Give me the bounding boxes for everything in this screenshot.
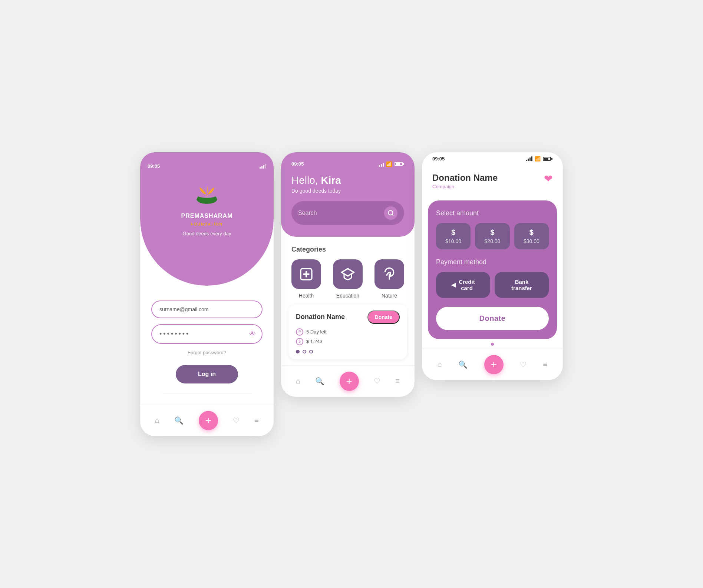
heart-icon-home[interactable]: ♡ bbox=[374, 377, 380, 386]
login-button[interactable]: Log in bbox=[176, 365, 238, 383]
logo-subtitle: FOUNDATION bbox=[191, 222, 223, 226]
status-icons-home: 📶 bbox=[379, 161, 404, 167]
health-icon-box bbox=[291, 259, 321, 289]
category-health[interactable]: Health bbox=[291, 259, 321, 299]
amount-20-value: $20.00 bbox=[485, 238, 501, 244]
greeting-text: Hello, Kira bbox=[291, 175, 404, 186]
status-bar-detail: 09:05 📶 bbox=[422, 152, 563, 162]
bank-transfer-button[interactable]: Banktransfer bbox=[495, 272, 549, 298]
password-field[interactable] bbox=[151, 324, 263, 344]
amount-text: $ 1.243 bbox=[306, 339, 322, 344]
amount-options: $ $10.00 $ $20.00 $ $30.00 bbox=[436, 223, 549, 249]
payment-section-title: Payment method bbox=[436, 258, 549, 266]
home-icon-detail[interactable]: ⌂ bbox=[438, 360, 442, 369]
password-wrapper: 👁 bbox=[151, 324, 263, 344]
search-icon-home[interactable]: 🔍 bbox=[315, 377, 324, 386]
add-button-login[interactable]: + bbox=[199, 411, 218, 430]
home-icon-home[interactable]: ⌂ bbox=[296, 377, 300, 385]
category-nature[interactable]: Nature bbox=[374, 259, 404, 299]
amount-10-value: $10.00 bbox=[445, 238, 461, 244]
forgot-password-link[interactable]: Forgot password? bbox=[188, 350, 226, 355]
dot-inactive-1 bbox=[303, 350, 306, 353]
search-icon bbox=[387, 210, 394, 216]
detail-scroll-indicator bbox=[491, 343, 494, 346]
add-button-detail[interactable]: + bbox=[484, 355, 504, 374]
status-bar-home: 09:05 📶 bbox=[291, 161, 404, 167]
search-placeholder: Search bbox=[298, 210, 380, 216]
search-button[interactable] bbox=[384, 206, 397, 220]
signal-icon-detail bbox=[526, 156, 532, 161]
amount-30-button[interactable]: $ $30.00 bbox=[514, 223, 549, 249]
home-bottom-nav: ⌂ 🔍 + ♡ ≡ bbox=[281, 365, 415, 397]
search-icon-login[interactable]: 🔍 bbox=[174, 416, 184, 425]
purple-panel: Select amount $ $10.00 $ $20.00 $ $30.00… bbox=[428, 200, 557, 339]
donation-detail-title: Donation Name bbox=[432, 173, 498, 183]
login-screen: 09:05 PREMASHARAM FOUNDA bbox=[140, 152, 274, 436]
dollar-icon: $ bbox=[296, 338, 303, 345]
donation-card: Donation Name Donate ⏱ 5 Day left $ $ 1.… bbox=[288, 305, 407, 359]
bank-transfer-label: Banktransfer bbox=[511, 279, 532, 291]
add-button-home[interactable]: + bbox=[340, 372, 359, 391]
signal-icon-home bbox=[379, 162, 384, 167]
donation-card-header: Donation Name Donate bbox=[296, 310, 400, 324]
categories-grid: Health Education bbox=[291, 259, 404, 299]
categories-section: Categories Health bbox=[281, 237, 415, 305]
favorite-heart-icon[interactable]: ❤ bbox=[544, 173, 552, 185]
signal-icon-login bbox=[260, 163, 266, 169]
education-label: Education bbox=[336, 293, 359, 299]
battery-icon-home bbox=[395, 162, 404, 166]
health-label: Health bbox=[299, 293, 314, 299]
wifi-icon-detail: 📶 bbox=[535, 156, 541, 162]
menu-icon-home[interactable]: ≡ bbox=[395, 377, 400, 385]
dollar-sign-3: $ bbox=[529, 228, 534, 237]
categories-title: Categories bbox=[291, 246, 404, 253]
login-bottom-nav: ⌂ 🔍 + ♡ ≡ bbox=[140, 405, 274, 436]
donation-title-area: Donation Name Compaign bbox=[432, 173, 498, 189]
amount-10-button[interactable]: $ $10.00 bbox=[436, 223, 471, 249]
login-header: 09:05 PREMASHARAM FOUNDA bbox=[140, 152, 274, 286]
heart-icon-login[interactable]: ♡ bbox=[233, 416, 240, 425]
amount-section-title: Select amount bbox=[436, 209, 549, 217]
donation-meta: ⏱ 5 Day left $ $ 1.243 bbox=[296, 328, 400, 345]
time-home: 09:05 bbox=[291, 161, 304, 167]
nature-label: Nature bbox=[382, 293, 397, 299]
nature-icon-box bbox=[374, 259, 404, 289]
email-field[interactable] bbox=[151, 300, 263, 318]
menu-icon-login[interactable]: ≡ bbox=[254, 416, 259, 425]
education-icon bbox=[340, 267, 355, 282]
home-screen: 09:05 📶 Hello, Kira Do goo bbox=[281, 152, 415, 397]
time-login: 09:05 bbox=[148, 163, 160, 169]
amount-20-button[interactable]: $ $20.00 bbox=[475, 223, 509, 249]
dot-inactive-2 bbox=[309, 350, 313, 353]
greeting-name: Kira bbox=[321, 175, 341, 186]
donate-button-card[interactable]: Donate bbox=[367, 310, 400, 324]
search-bar[interactable]: Search bbox=[291, 201, 404, 225]
credit-card-button[interactable]: ◀ Creditcard bbox=[436, 272, 490, 298]
svg-point-0 bbox=[388, 210, 393, 215]
category-education[interactable]: Education bbox=[333, 259, 363, 299]
credit-card-label: Creditcard bbox=[459, 279, 475, 291]
detail-header: Donation Name Compaign ❤ bbox=[422, 162, 563, 197]
health-icon bbox=[299, 267, 314, 282]
payment-options: ◀ Creditcard Banktransfer bbox=[436, 272, 549, 298]
card-icon: ◀ bbox=[451, 282, 456, 288]
amount-30-value: $30.00 bbox=[524, 238, 539, 244]
logo-tagline: Good deeds every day bbox=[183, 231, 231, 236]
status-bar-login: 09:05 bbox=[148, 163, 266, 169]
education-icon-box bbox=[333, 259, 363, 289]
days-left-text: 5 Day left bbox=[306, 329, 327, 335]
login-form: 👁 Forgot password? Log in bbox=[140, 286, 274, 401]
dollar-sign-1: $ bbox=[451, 228, 455, 237]
menu-icon-detail[interactable]: ≡ bbox=[543, 360, 547, 369]
campaign-label: Compaign bbox=[432, 184, 498, 189]
days-left-row: ⏱ 5 Day left bbox=[296, 328, 400, 336]
search-icon-detail[interactable]: 🔍 bbox=[458, 360, 468, 369]
battery-icon-detail bbox=[543, 157, 552, 161]
donate-main-button[interactable]: Donate bbox=[436, 307, 549, 330]
pagination-dots bbox=[296, 350, 400, 353]
home-icon-login[interactable]: ⌂ bbox=[155, 416, 159, 425]
eye-icon[interactable]: 👁 bbox=[249, 330, 256, 338]
time-detail: 09:05 bbox=[432, 156, 445, 162]
home-header: 09:05 📶 Hello, Kira Do goo bbox=[281, 152, 415, 237]
heart-icon-detail[interactable]: ♡ bbox=[520, 360, 527, 369]
